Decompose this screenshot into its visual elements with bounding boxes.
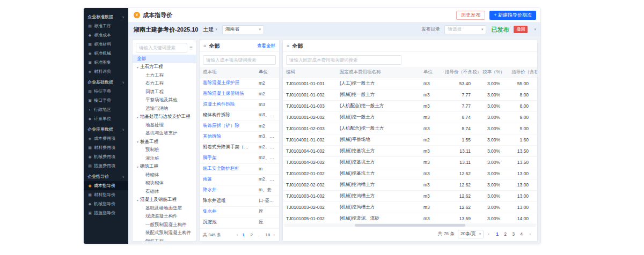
sidebar-item[interactable]: 企业应用数据 ∨ bbox=[84, 125, 128, 134]
sidebar-item[interactable]: ◈ 成本费用项 bbox=[84, 134, 128, 143]
sidebar-item[interactable]: 企业基础数据 ∨ bbox=[84, 78, 128, 87]
page-number[interactable]: … bbox=[256, 231, 263, 238]
view-all-link[interactable]: 查看全部 bbox=[257, 43, 275, 49]
sidebar-item[interactable]: ▤ 标准工序 bbox=[84, 21, 128, 31]
publish-dir-select[interactable]: 请选择 ▾ bbox=[444, 25, 486, 34]
tree-node[interactable]: ▾ 运输与消纳 bbox=[133, 104, 196, 113]
tree-node[interactable]: ▾ 砌块砌体 bbox=[133, 179, 196, 188]
tree-node[interactable]: ▾ 钢筋工程 bbox=[133, 237, 196, 242]
tree-node[interactable]: ▾ 基础及楼地面垫层 bbox=[133, 204, 196, 213]
tree-node[interactable]: ▾ 砌筑工程 bbox=[133, 163, 196, 171]
tree-node[interactable]: ▾ 混凝土及钢筋工程 bbox=[133, 196, 196, 205]
fee-item-row[interactable]: TJ0101003-02-002 (机械)挖沟槽土方 m3 12.62 3.00… bbox=[283, 201, 537, 213]
tree-node[interactable]: ▾ 灌注桩 bbox=[133, 154, 196, 163]
fee-item-row[interactable]: TJ0101001-01-003 (人机配合)挖一般土方 m3 7.77 3.0… bbox=[283, 100, 537, 111]
chevron-down-icon[interactable]: ▾ bbox=[534, 27, 536, 32]
cost-item-row[interactable]: 混凝土构件拆除 m3 bbox=[200, 99, 279, 110]
fee-item-row[interactable]: TJ0101001-01-002 (机械)挖一般土方 m3 7.77 3.00%… bbox=[283, 89, 537, 100]
fee-item-row[interactable]: TJ0104001-01-002 (机械)平整场地 m2 1.55 3.00% … bbox=[283, 134, 537, 145]
sidebar-item[interactable]: ◆ 标准成本 bbox=[84, 31, 128, 40]
sidebar-item[interactable]: ◉ 成本指导价 bbox=[84, 181, 128, 190]
page-number[interactable]: 1 bbox=[240, 231, 247, 238]
sidebar-item[interactable]: ◈ 材料词典 bbox=[84, 67, 128, 76]
sidebar-item[interactable]: ▤ 特征字典 bbox=[84, 87, 128, 96]
sidebar-item[interactable]: ▣ 标准图集 bbox=[84, 58, 128, 67]
period-title[interactable]: 湖南土建参考价-2025.10 bbox=[134, 26, 198, 34]
prev-page-icon[interactable]: ‹ bbox=[487, 231, 491, 237]
fee-item-row[interactable]: TJ0101004-01-002 (机械)挖基坑土方 m3 13.11 3.00… bbox=[283, 145, 537, 156]
cost-item-row[interactable]: 其他拆除 m3、m2 bbox=[200, 131, 279, 142]
cost-item-row[interactable]: 集水井 座 bbox=[200, 206, 279, 217]
cost-item-row[interactable]: 沉淀池 座 bbox=[200, 217, 279, 228]
cost-item-row[interactable]: 装饰层拆（铲）除 m2 bbox=[200, 121, 279, 131]
cost-item-row[interactable]: 砌体构件拆除 m3、m2 bbox=[200, 110, 279, 121]
cost-item-search-input[interactable] bbox=[203, 55, 276, 65]
tree-node[interactable]: ▾ 一般预制混凝土构件 bbox=[133, 221, 196, 229]
hamburger-menu-icon[interactable]: ≡ bbox=[189, 45, 193, 51]
tree-node[interactable]: ▾ 石方工程 bbox=[133, 80, 196, 88]
tree-node[interactable]: ▾ 装配式预制混凝土构件 bbox=[133, 229, 196, 238]
cost-item-row[interactable]: 降水井运维 口·昼夜... bbox=[200, 196, 279, 206]
history-publish-button[interactable]: 历史发布 bbox=[456, 11, 485, 20]
fee-item-row[interactable]: TJ0101002-01-002 (机械)挖基坑土方 m3 12.62 3.00… bbox=[283, 168, 537, 179]
revoke-publish-button[interactable]: 撤回 bbox=[514, 26, 528, 33]
fee-item-row[interactable]: TJ0101001-01-001 (人工)挖一般土方 m3 53.40 3.00… bbox=[283, 78, 537, 89]
horizontal-scrollbar[interactable] bbox=[284, 223, 536, 227]
collapse-panel-icon[interactable]: « bbox=[287, 43, 290, 49]
fee-item-row[interactable]: TJ0101003-01-002 (机械)挖沟槽土方 m3 12.62 3.00… bbox=[283, 190, 537, 201]
sidebar-item[interactable]: ◐ 行政地区 bbox=[84, 105, 128, 114]
next-page-icon[interactable]: › bbox=[528, 231, 532, 237]
new-guide-period-button[interactable]: + 新建指导价期次 bbox=[489, 11, 536, 20]
sidebar-item[interactable]: ◆ 计量单位 bbox=[84, 114, 128, 123]
cost-item-row[interactable]: 凿除混凝土保留钢筋 m2 bbox=[200, 88, 279, 99]
collapse-panel-icon[interactable]: « bbox=[203, 43, 207, 49]
tree-node[interactable]: ▾ 全部 bbox=[133, 55, 196, 63]
region-select[interactable]: 湖南省 ▾ bbox=[222, 25, 264, 34]
tree-node[interactable]: ▾ 石砌体 bbox=[133, 188, 196, 196]
cost-item-row[interactable]: 降水井 m、套 bbox=[200, 185, 279, 196]
sidebar-item[interactable]: 企业指导价 ∨ bbox=[84, 172, 128, 181]
fee-item-row[interactable]: TJ0101001-02-003 (人机配合)挖一般土方 m3 8.74 3.0… bbox=[283, 123, 537, 134]
page-number[interactable]: 1 bbox=[494, 231, 501, 238]
fee-item-row[interactable]: TJ0101004-02-002 (机械)挖基坑土方 m3 13.11 3.00… bbox=[283, 156, 537, 168]
page-number[interactable]: 3 bbox=[510, 231, 517, 238]
cost-item-row[interactable]: 雨篷 m2、台... bbox=[200, 174, 279, 185]
page-number[interactable]: 18 bbox=[264, 231, 271, 238]
tree-node[interactable]: ▾ 回填工程 bbox=[133, 88, 196, 96]
tree-node[interactable]: ▾ 砖砌体 bbox=[133, 171, 196, 179]
tree-node[interactable]: ▾ 现浇混凝土构件 bbox=[133, 213, 196, 221]
prev-page-icon[interactable]: ‹ bbox=[236, 232, 239, 237]
sidebar-item[interactable]: ◉ 机械费用项 bbox=[84, 152, 128, 161]
tree-node[interactable]: ▾ 土方工程 bbox=[133, 71, 196, 80]
trade-select[interactable]: 土建 ▾ bbox=[203, 26, 217, 33]
tree-node[interactable]: ▾ 平整场地及其他 bbox=[133, 96, 196, 105]
sidebar-item[interactable]: ▣ 接口字典 bbox=[84, 96, 128, 105]
fee-item-search-input[interactable] bbox=[286, 55, 401, 65]
scrollbar-thumb[interactable] bbox=[355, 224, 466, 227]
fee-item-row[interactable]: TJ0101002-02-002 (机械)挖沟槽土方 m3 12.62 3.00… bbox=[283, 179, 537, 190]
fee-item-row[interactable]: TJ0101001-02-002 (机械)挖一般土方 m3 8.74 3.00%… bbox=[283, 111, 537, 123]
tree-node[interactable]: ▾ 地基处理 bbox=[133, 121, 196, 130]
sidebar-item[interactable]: ▦ 材料费用项 bbox=[84, 143, 128, 152]
tree-node[interactable]: ▾ 预制桩 bbox=[133, 146, 196, 155]
page-size-select[interactable]: 20条/页 ▾ bbox=[458, 230, 484, 238]
page-number[interactable]: 2 bbox=[502, 231, 509, 238]
tree-search-input[interactable] bbox=[136, 43, 187, 52]
tree-node[interactable]: ▾ 桩基工程 bbox=[133, 138, 196, 146]
sidebar-item[interactable]: ◆ 机械指导价 bbox=[84, 199, 128, 208]
sidebar-item[interactable]: ▣ 措施指导价 bbox=[84, 208, 128, 218]
cost-item-row[interactable]: 凿除混凝土保护层 m2 bbox=[200, 78, 279, 88]
sidebar-item[interactable]: 企业标准数据 ∨ bbox=[84, 12, 128, 21]
sidebar-item[interactable]: ◉ 标准机械 bbox=[84, 49, 128, 58]
next-page-icon[interactable]: › bbox=[272, 232, 276, 237]
tree-node[interactable]: ▾ 基坑与边坡支护 bbox=[133, 130, 196, 138]
sidebar-item[interactable]: ▦ 标准材料 bbox=[84, 40, 128, 49]
sidebar-item[interactable]: ▦ 材料指导价 bbox=[84, 190, 128, 199]
page-number[interactable]: 4 bbox=[518, 231, 525, 238]
sidebar-item[interactable]: ▤ 措施费用项 bbox=[84, 161, 128, 170]
tree-node[interactable]: ▾ 地基处理与边坡支护工程 bbox=[133, 113, 196, 122]
cost-item-row[interactable]: 施工安全防护栏杆 m bbox=[200, 163, 279, 174]
cost-item-row[interactable]: 附着式升降脚手架（爬架） m2、m3... bbox=[200, 142, 279, 153]
fee-item-row[interactable]: TJ0101005-01-002 (机械)挖淤泥、流砂 m3 13.59 3.0… bbox=[283, 213, 537, 224]
page-number[interactable]: 2 bbox=[248, 231, 255, 238]
